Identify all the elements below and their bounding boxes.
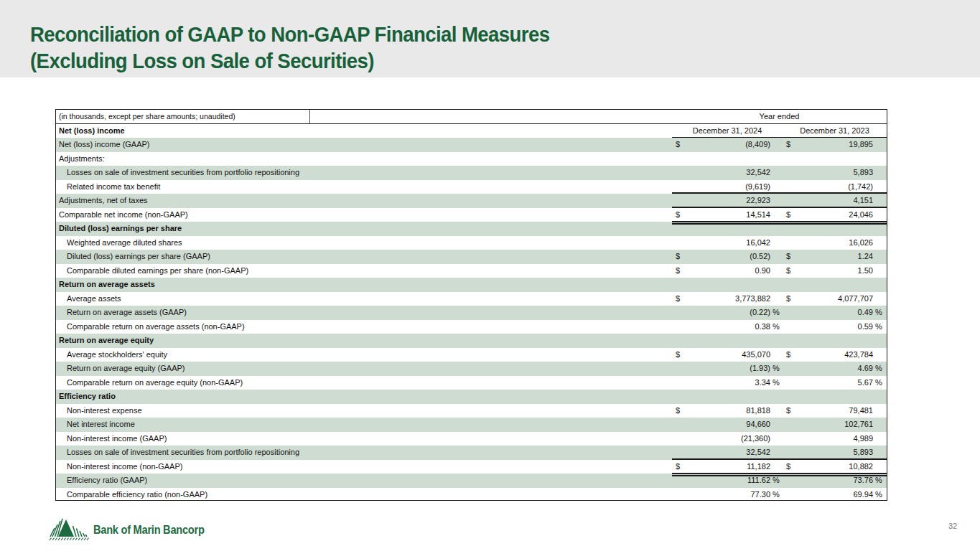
percent-sign-2024: % xyxy=(770,491,783,499)
slide-title-line2: (Excluding Loss on Sale of Securities) xyxy=(30,48,549,75)
table-row: Return on average assets (GAAP)(0.22)%0.… xyxy=(56,306,887,320)
row-values: (1.93)%4.69% xyxy=(672,362,887,376)
row-values: 3.34%5.67% xyxy=(672,376,887,390)
row-label: Efficiency ratio xyxy=(56,392,672,400)
table-row: Net (loss) income (GAAP)$(8,409)$19,895 xyxy=(56,138,887,152)
value-2024: 94,660 xyxy=(688,420,770,428)
table-row: Comparable return on average assets (non… xyxy=(56,320,887,334)
value-2024: 435,070 xyxy=(688,351,770,359)
value-2023: 24,046 xyxy=(798,211,873,219)
row-values: $435,070$423,784 xyxy=(672,348,887,362)
row-values: $14,514$24,046 xyxy=(672,208,887,222)
table-row: Return on average equity (GAAP)(1.93)%4.… xyxy=(56,362,887,376)
percent-sign-2024: % xyxy=(770,323,783,331)
value-2024: 0.38 xyxy=(688,323,770,331)
row-label: Adjustments, net of taxes xyxy=(56,197,672,204)
column-headers: December 31, 2024 December 31, 2023 xyxy=(672,124,887,138)
row-label: Related income tax benefit xyxy=(56,183,672,191)
row-values: 77.30%69.94% xyxy=(672,488,887,502)
slide-title: Reconciliation of GAAP to Non-GAAP Finan… xyxy=(30,22,549,75)
dollar-sign-2024: $ xyxy=(672,253,688,260)
value-2023: 4,151 xyxy=(798,197,873,204)
footer-logo: Bank of Marin Bancorp xyxy=(47,517,223,544)
row-label: Non-interest income (GAAP) xyxy=(56,435,672,443)
row-label: Diluted (loss) earnings per share xyxy=(56,225,672,232)
row-label: Return on average equity (GAAP) xyxy=(56,364,672,372)
percent-sign-2023: % xyxy=(873,379,887,387)
row-label: Return on average equity xyxy=(56,336,672,344)
table-note: (in thousands, except per share amounts;… xyxy=(56,110,310,123)
row-label: Comparable return on average assets (non… xyxy=(56,323,672,331)
value-2024: 32,542 xyxy=(688,448,770,456)
dollar-sign-2023: $ xyxy=(783,295,798,303)
row-label: Net (loss) income (GAAP) xyxy=(56,141,672,149)
table-row: Return on average assets xyxy=(56,278,887,292)
value-2023: 4,077,707 xyxy=(798,295,873,303)
row-values xyxy=(672,278,887,292)
value-2024: 11,182 xyxy=(688,463,770,471)
value-2023: (1,742) xyxy=(798,183,873,191)
row-label: Adjustments: xyxy=(56,155,672,163)
row-label: Weighted average diluted shares xyxy=(56,239,672,247)
value-2024: 22,923 xyxy=(688,197,770,204)
group-label: Net (loss) income xyxy=(56,127,672,135)
value-2024: 32,542 xyxy=(688,169,770,176)
value-2024: (1.93) xyxy=(688,364,770,372)
table-row: Losses on sale of investment securities … xyxy=(56,166,887,180)
table-row: Comparable diluted earnings per share (n… xyxy=(56,264,887,278)
value-2024: 3.34 xyxy=(688,379,770,387)
row-values: $(8,409)$19,895 xyxy=(672,138,887,152)
value-2024: 14,514 xyxy=(688,211,770,219)
percent-sign-2024: % xyxy=(770,476,783,484)
value-2023: 16,026 xyxy=(798,239,873,247)
row-values: $0.90$1.50 xyxy=(672,264,887,278)
row-values: (21,360)4,989 xyxy=(672,432,887,446)
table-row: Diluted (loss) earnings per share (GAAP)… xyxy=(56,250,887,264)
row-values: 0.38%0.59% xyxy=(672,320,887,334)
slide-title-line1: Reconciliation of GAAP to Non-GAAP Finan… xyxy=(30,22,549,48)
row-values: 32,5425,893 xyxy=(672,446,887,460)
row-label: Comparable return on average equity (non… xyxy=(56,379,672,387)
value-2024: 81,818 xyxy=(688,407,770,415)
period-header: Year ended xyxy=(672,113,887,121)
dollar-sign-2024: $ xyxy=(672,267,688,275)
row-values: $(0.52)$1.24 xyxy=(672,250,887,264)
value-2024: (0.52) xyxy=(688,253,770,260)
table-row: Non-interest income (GAAP)(21,360)4,989 xyxy=(56,432,887,446)
dollar-sign-2024: $ xyxy=(672,463,688,471)
table-row: Net interest income94,660102,761 xyxy=(56,418,887,432)
table-row: Comparable return on average equity (non… xyxy=(56,376,887,390)
table-row: Efficiency ratio xyxy=(56,390,887,404)
value-2023: 0.49 xyxy=(798,309,873,316)
row-values: (0.22)%0.49% xyxy=(672,306,887,320)
table-row: Average assets$3,773,882$4,077,707 xyxy=(56,292,887,306)
value-2023: 10,882 xyxy=(798,463,873,471)
value-2023: 4,989 xyxy=(798,435,873,443)
value-2023: 423,784 xyxy=(798,351,873,359)
row-label: Return on average assets xyxy=(56,281,672,288)
row-values: 16,04216,026 xyxy=(672,236,887,250)
value-2023: 0.59 xyxy=(798,323,873,331)
value-2024: 77.30 xyxy=(688,491,770,499)
dollar-sign-2024: $ xyxy=(672,295,688,303)
value-2023: 102,761 xyxy=(798,420,873,428)
column-header-2024: December 31, 2024 xyxy=(672,127,783,135)
row-values: $11,182$10,882 xyxy=(672,460,887,474)
row-label: Efficiency ratio (GAAP) xyxy=(56,476,672,484)
percent-sign-2023: % xyxy=(873,323,887,331)
footer-logo-text: Bank of Marin Bancorp xyxy=(93,523,205,537)
table-row: Related income tax benefit(9,619)(1,742) xyxy=(56,180,887,194)
dollar-sign-2023: $ xyxy=(783,351,798,359)
row-label: Comparable efficiency ratio (non-GAAP) xyxy=(56,491,672,499)
value-2023: 19,895 xyxy=(798,141,873,149)
value-2023: 5,893 xyxy=(798,169,873,176)
table-row: Return on average equity xyxy=(56,334,887,348)
bank-of-marin-mountain-icon xyxy=(47,517,90,544)
value-2023: 79,481 xyxy=(798,407,873,415)
value-2023: 1.24 xyxy=(798,253,873,260)
table-row: Weighted average diluted shares16,04216,… xyxy=(56,236,887,250)
value-2024: 3,773,882 xyxy=(688,295,770,303)
row-values xyxy=(672,152,887,166)
row-values: $81,818$79,481 xyxy=(672,404,887,418)
row-values: 94,660102,761 xyxy=(672,418,887,432)
